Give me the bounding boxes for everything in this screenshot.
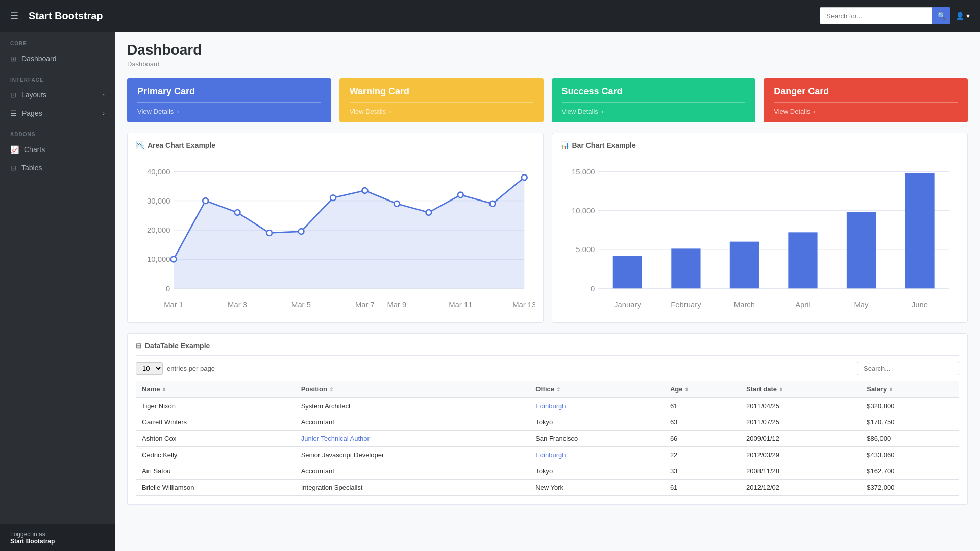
svg-point-17 — [394, 201, 400, 207]
svg-text:April: April — [795, 300, 811, 309]
card-link-text-warning: View Details — [350, 108, 386, 115]
svg-rect-39 — [671, 248, 700, 288]
svg-text:Mar 9: Mar 9 — [387, 300, 406, 309]
table-row: Cedric KellySenior Javascript DeveloperE… — [136, 447, 959, 463]
table-row: Garrett WintersAccountantTokyo632011/07/… — [136, 414, 959, 431]
svg-text:March: March — [733, 300, 754, 309]
table-column-header[interactable]: Salary⇕ — [861, 381, 959, 398]
table-column-header[interactable]: Name⇕ — [136, 381, 295, 398]
table-cell: 2012/03/29 — [740, 447, 861, 463]
card-chevron-icon: › — [814, 108, 816, 115]
sidebar-section-label: INTERFACE — [0, 68, 115, 86]
table-column-header[interactable]: Start date⇕ — [740, 381, 861, 398]
table-cell: Cedric Kelly — [136, 447, 295, 463]
stat-card-warning: Warning Card View Details › — [339, 78, 544, 122]
sidebar-item-layouts[interactable]: ⊡ Layouts › — [0, 86, 115, 104]
svg-text:June: June — [911, 300, 927, 309]
svg-text:30,000: 30,000 — [147, 197, 170, 205]
svg-text:January: January — [614, 300, 641, 309]
svg-text:0: 0 — [166, 285, 170, 293]
page-title: Dashboard — [127, 42, 968, 58]
sidebar-item-tables[interactable]: ⊟ Tables — [0, 159, 115, 177]
table-cell: Airi Satou — [136, 463, 295, 480]
entries-select[interactable]: 10 25 50 — [136, 362, 163, 375]
table-row: Ashton CoxJunior Technical AuthorSan Fra… — [136, 431, 959, 447]
table-cell[interactable]: Edinburgh — [529, 397, 664, 414]
user-menu-button[interactable]: 👤 ▾ — [955, 12, 970, 20]
table-cell: 61 — [664, 480, 740, 496]
datatable-icon: ⊟ — [136, 342, 142, 350]
sidebar-item-pages[interactable]: ☰ Pages › — [0, 104, 115, 122]
table-cell: $162,700 — [861, 463, 959, 480]
table-cell[interactable]: Junior Technical Author — [295, 431, 529, 447]
search-input[interactable] — [820, 7, 932, 24]
sidebar-icon-tables: ⊟ — [10, 164, 16, 172]
stat-cards-row: Primary Card View Details › Warning Card… — [127, 78, 968, 122]
table-cell: 2009/01/12 — [740, 431, 861, 447]
sidebar-item-charts[interactable]: 📈 Charts — [0, 140, 115, 159]
svg-text:Mar 13: Mar 13 — [512, 300, 534, 309]
card-link-success[interactable]: View Details › — [562, 102, 746, 115]
table-cell: Tiger Nixon — [136, 397, 295, 414]
card-title-warning: Warning Card — [350, 86, 533, 97]
svg-point-12 — [235, 210, 240, 215]
logged-in-user: Start Bootstrap — [10, 538, 105, 545]
table-cell: Garrett Winters — [136, 414, 295, 431]
table-column-header[interactable]: Position⇕ — [295, 381, 529, 398]
svg-text:Mar 1: Mar 1 — [164, 300, 183, 309]
svg-point-19 — [458, 192, 463, 198]
sort-icon: ⇕ — [162, 387, 166, 392]
table-cell: 33 — [664, 463, 740, 480]
bar-chart-card: 📊 Bar Chart Example 05,00010,00015,000Ja… — [552, 133, 968, 323]
entries-label: entries per page — [167, 365, 215, 372]
bar-chart-header: 📊 Bar Chart Example — [560, 141, 960, 155]
card-title-danger: Danger Card — [774, 86, 958, 97]
datatable-controls: 10 25 50 entries per page — [136, 362, 959, 375]
svg-text:February: February — [671, 300, 701, 309]
table-column-header[interactable]: Age⇕ — [664, 381, 740, 398]
content-area: Dashboard Dashboard Primary Card View De… — [115, 32, 980, 551]
table-row: Airi SatouAccountantTokyo332008/11/28$16… — [136, 463, 959, 480]
table-cell: 2011/04/25 — [740, 397, 861, 414]
svg-point-13 — [266, 230, 272, 236]
search-bar: 🔍 — [820, 7, 950, 24]
bar-chart-icon: 📊 — [560, 141, 569, 149]
table-cell: San Francisco — [529, 431, 664, 447]
hamburger-button[interactable]: ☰ — [10, 10, 18, 21]
sidebar-label-layouts: Layouts — [21, 91, 46, 99]
table-cell: Ashton Cox — [136, 431, 295, 447]
table-search-input[interactable] — [857, 362, 959, 375]
table-cell[interactable]: Edinburgh — [529, 447, 664, 463]
table-column-header[interactable]: Office⇕ — [529, 381, 664, 398]
data-table: Name⇕Position⇕Office⇕Age⇕Start date⇕Sala… — [136, 381, 959, 496]
chevron-icon: › — [103, 110, 105, 116]
user-chevron-icon: ▾ — [966, 12, 970, 20]
table-cell: 63 — [664, 414, 740, 431]
sidebar-item-dashboard[interactable]: ⊞ Dashboard — [0, 49, 115, 68]
card-chevron-icon: › — [601, 108, 603, 115]
card-link-warning[interactable]: View Details › — [350, 102, 533, 115]
card-chevron-icon: › — [177, 108, 179, 115]
table-cell: Accountant — [295, 463, 529, 480]
sidebar: CORE ⊞ Dashboard INTERFACE ⊡ Layouts › ☰… — [0, 32, 115, 551]
area-chart-icon: 📉 — [136, 141, 144, 149]
search-button[interactable]: 🔍 — [932, 7, 950, 24]
svg-point-11 — [203, 198, 208, 204]
svg-point-16 — [362, 188, 368, 193]
svg-text:Mar 11: Mar 11 — [449, 300, 472, 309]
card-link-text-primary: View Details — [137, 108, 174, 115]
bar-chart-svg: 05,00010,00015,000JanuaryFebruaryMarchAp… — [560, 161, 960, 312]
sort-icon: ⇕ — [329, 387, 333, 392]
logged-in-label: Logged in as: — [10, 531, 105, 538]
card-link-danger[interactable]: View Details › — [774, 102, 958, 115]
navbar: ☰ Start Bootstrap 🔍 👤 ▾ — [0, 0, 980, 32]
table-cell: $433,060 — [861, 447, 959, 463]
card-link-text-danger: View Details — [774, 108, 810, 115]
table-cell: $86,000 — [861, 431, 959, 447]
table-cell: 61 — [664, 397, 740, 414]
svg-text:Mar 7: Mar 7 — [355, 300, 375, 309]
area-chart-svg: 010,00020,00030,00040,000Mar 1Mar 3Mar 5… — [136, 161, 535, 312]
card-link-primary[interactable]: View Details › — [137, 102, 321, 115]
svg-text:0: 0 — [591, 285, 595, 293]
table-cell: 2008/11/28 — [740, 463, 861, 480]
